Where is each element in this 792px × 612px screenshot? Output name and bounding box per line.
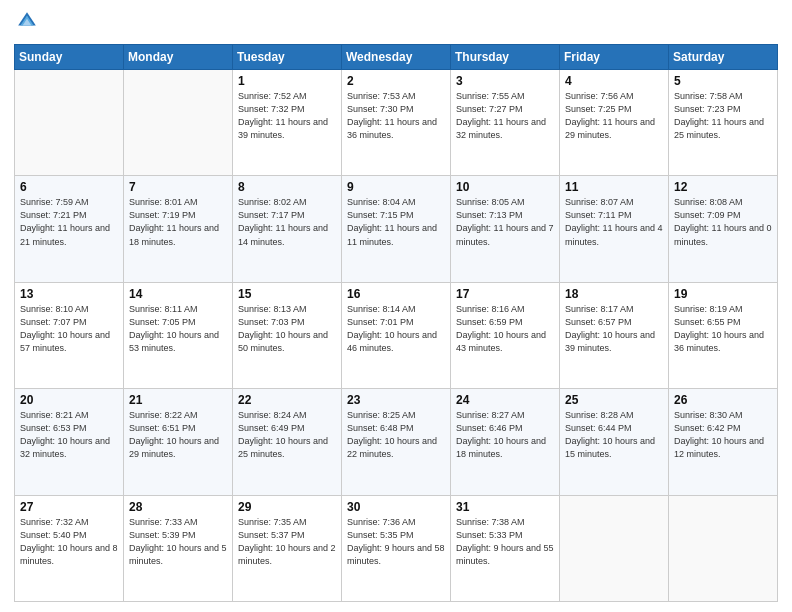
day-detail: Sunrise: 8:27 AMSunset: 6:46 PMDaylight:… xyxy=(456,409,555,461)
col-header-monday: Monday xyxy=(124,45,233,70)
day-detail: Sunrise: 7:58 AMSunset: 7:23 PMDaylight:… xyxy=(674,90,773,142)
day-detail: Sunrise: 7:38 AMSunset: 5:33 PMDaylight:… xyxy=(456,516,555,568)
day-detail: Sunrise: 7:56 AMSunset: 7:25 PMDaylight:… xyxy=(565,90,664,142)
day-detail: Sunrise: 7:59 AMSunset: 7:21 PMDaylight:… xyxy=(20,196,119,248)
day-cell: 5Sunrise: 7:58 AMSunset: 7:23 PMDaylight… xyxy=(669,70,778,176)
week-row-3: 20Sunrise: 8:21 AMSunset: 6:53 PMDayligh… xyxy=(15,389,778,495)
day-cell: 31Sunrise: 7:38 AMSunset: 5:33 PMDayligh… xyxy=(451,495,560,601)
day-cell: 21Sunrise: 8:22 AMSunset: 6:51 PMDayligh… xyxy=(124,389,233,495)
day-number: 30 xyxy=(347,500,446,514)
day-detail: Sunrise: 8:02 AMSunset: 7:17 PMDaylight:… xyxy=(238,196,337,248)
day-detail: Sunrise: 8:21 AMSunset: 6:53 PMDaylight:… xyxy=(20,409,119,461)
day-detail: Sunrise: 8:08 AMSunset: 7:09 PMDaylight:… xyxy=(674,196,773,248)
day-number: 1 xyxy=(238,74,337,88)
day-cell xyxy=(124,70,233,176)
day-cell: 14Sunrise: 8:11 AMSunset: 7:05 PMDayligh… xyxy=(124,282,233,388)
day-cell: 19Sunrise: 8:19 AMSunset: 6:55 PMDayligh… xyxy=(669,282,778,388)
day-number: 11 xyxy=(565,180,664,194)
day-cell: 18Sunrise: 8:17 AMSunset: 6:57 PMDayligh… xyxy=(560,282,669,388)
week-row-0: 1Sunrise: 7:52 AMSunset: 7:32 PMDaylight… xyxy=(15,70,778,176)
day-detail: Sunrise: 7:35 AMSunset: 5:37 PMDaylight:… xyxy=(238,516,337,568)
day-number: 6 xyxy=(20,180,119,194)
week-row-1: 6Sunrise: 7:59 AMSunset: 7:21 PMDaylight… xyxy=(15,176,778,282)
day-detail: Sunrise: 8:14 AMSunset: 7:01 PMDaylight:… xyxy=(347,303,446,355)
day-cell: 10Sunrise: 8:05 AMSunset: 7:13 PMDayligh… xyxy=(451,176,560,282)
day-detail: Sunrise: 7:55 AMSunset: 7:27 PMDaylight:… xyxy=(456,90,555,142)
day-number: 24 xyxy=(456,393,555,407)
day-detail: Sunrise: 8:24 AMSunset: 6:49 PMDaylight:… xyxy=(238,409,337,461)
day-number: 28 xyxy=(129,500,228,514)
day-cell: 3Sunrise: 7:55 AMSunset: 7:27 PMDaylight… xyxy=(451,70,560,176)
day-cell: 11Sunrise: 8:07 AMSunset: 7:11 PMDayligh… xyxy=(560,176,669,282)
day-cell: 12Sunrise: 8:08 AMSunset: 7:09 PMDayligh… xyxy=(669,176,778,282)
day-number: 25 xyxy=(565,393,664,407)
day-cell xyxy=(15,70,124,176)
day-cell: 23Sunrise: 8:25 AMSunset: 6:48 PMDayligh… xyxy=(342,389,451,495)
day-detail: Sunrise: 8:05 AMSunset: 7:13 PMDaylight:… xyxy=(456,196,555,248)
day-number: 10 xyxy=(456,180,555,194)
day-number: 31 xyxy=(456,500,555,514)
week-row-2: 13Sunrise: 8:10 AMSunset: 7:07 PMDayligh… xyxy=(15,282,778,388)
day-cell: 22Sunrise: 8:24 AMSunset: 6:49 PMDayligh… xyxy=(233,389,342,495)
day-detail: Sunrise: 8:10 AMSunset: 7:07 PMDaylight:… xyxy=(20,303,119,355)
day-number: 27 xyxy=(20,500,119,514)
page: SundayMondayTuesdayWednesdayThursdayFrid… xyxy=(0,0,792,612)
day-cell: 24Sunrise: 8:27 AMSunset: 6:46 PMDayligh… xyxy=(451,389,560,495)
header xyxy=(14,10,778,36)
day-number: 7 xyxy=(129,180,228,194)
col-header-saturday: Saturday xyxy=(669,45,778,70)
day-number: 29 xyxy=(238,500,337,514)
day-number: 18 xyxy=(565,287,664,301)
day-detail: Sunrise: 8:07 AMSunset: 7:11 PMDaylight:… xyxy=(565,196,664,248)
day-cell: 25Sunrise: 8:28 AMSunset: 6:44 PMDayligh… xyxy=(560,389,669,495)
day-detail: Sunrise: 7:32 AMSunset: 5:40 PMDaylight:… xyxy=(20,516,119,568)
day-number: 21 xyxy=(129,393,228,407)
week-row-4: 27Sunrise: 7:32 AMSunset: 5:40 PMDayligh… xyxy=(15,495,778,601)
day-detail: Sunrise: 8:17 AMSunset: 6:57 PMDaylight:… xyxy=(565,303,664,355)
day-number: 20 xyxy=(20,393,119,407)
day-detail: Sunrise: 8:19 AMSunset: 6:55 PMDaylight:… xyxy=(674,303,773,355)
day-number: 26 xyxy=(674,393,773,407)
day-number: 16 xyxy=(347,287,446,301)
day-cell: 29Sunrise: 7:35 AMSunset: 5:37 PMDayligh… xyxy=(233,495,342,601)
day-cell: 27Sunrise: 7:32 AMSunset: 5:40 PMDayligh… xyxy=(15,495,124,601)
day-cell: 2Sunrise: 7:53 AMSunset: 7:30 PMDaylight… xyxy=(342,70,451,176)
day-detail: Sunrise: 8:16 AMSunset: 6:59 PMDaylight:… xyxy=(456,303,555,355)
day-number: 12 xyxy=(674,180,773,194)
day-detail: Sunrise: 7:52 AMSunset: 7:32 PMDaylight:… xyxy=(238,90,337,142)
day-number: 22 xyxy=(238,393,337,407)
logo-icon xyxy=(16,10,38,32)
col-header-friday: Friday xyxy=(560,45,669,70)
col-header-tuesday: Tuesday xyxy=(233,45,342,70)
day-detail: Sunrise: 8:01 AMSunset: 7:19 PMDaylight:… xyxy=(129,196,228,248)
day-cell: 20Sunrise: 8:21 AMSunset: 6:53 PMDayligh… xyxy=(15,389,124,495)
day-detail: Sunrise: 8:13 AMSunset: 7:03 PMDaylight:… xyxy=(238,303,337,355)
day-cell: 1Sunrise: 7:52 AMSunset: 7:32 PMDaylight… xyxy=(233,70,342,176)
day-detail: Sunrise: 8:30 AMSunset: 6:42 PMDaylight:… xyxy=(674,409,773,461)
day-cell: 15Sunrise: 8:13 AMSunset: 7:03 PMDayligh… xyxy=(233,282,342,388)
day-number: 19 xyxy=(674,287,773,301)
calendar-header-row: SundayMondayTuesdayWednesdayThursdayFrid… xyxy=(15,45,778,70)
day-detail: Sunrise: 8:22 AMSunset: 6:51 PMDaylight:… xyxy=(129,409,228,461)
col-header-thursday: Thursday xyxy=(451,45,560,70)
logo xyxy=(14,10,38,36)
day-cell: 17Sunrise: 8:16 AMSunset: 6:59 PMDayligh… xyxy=(451,282,560,388)
day-cell: 30Sunrise: 7:36 AMSunset: 5:35 PMDayligh… xyxy=(342,495,451,601)
day-detail: Sunrise: 8:04 AMSunset: 7:15 PMDaylight:… xyxy=(347,196,446,248)
day-number: 3 xyxy=(456,74,555,88)
col-header-wednesday: Wednesday xyxy=(342,45,451,70)
day-number: 8 xyxy=(238,180,337,194)
day-number: 14 xyxy=(129,287,228,301)
day-number: 23 xyxy=(347,393,446,407)
day-detail: Sunrise: 7:36 AMSunset: 5:35 PMDaylight:… xyxy=(347,516,446,568)
calendar: SundayMondayTuesdayWednesdayThursdayFrid… xyxy=(14,44,778,602)
day-cell: 6Sunrise: 7:59 AMSunset: 7:21 PMDaylight… xyxy=(15,176,124,282)
day-number: 15 xyxy=(238,287,337,301)
day-detail: Sunrise: 8:11 AMSunset: 7:05 PMDaylight:… xyxy=(129,303,228,355)
day-number: 5 xyxy=(674,74,773,88)
day-detail: Sunrise: 8:28 AMSunset: 6:44 PMDaylight:… xyxy=(565,409,664,461)
day-number: 4 xyxy=(565,74,664,88)
day-cell xyxy=(669,495,778,601)
day-cell: 9Sunrise: 8:04 AMSunset: 7:15 PMDaylight… xyxy=(342,176,451,282)
col-header-sunday: Sunday xyxy=(15,45,124,70)
